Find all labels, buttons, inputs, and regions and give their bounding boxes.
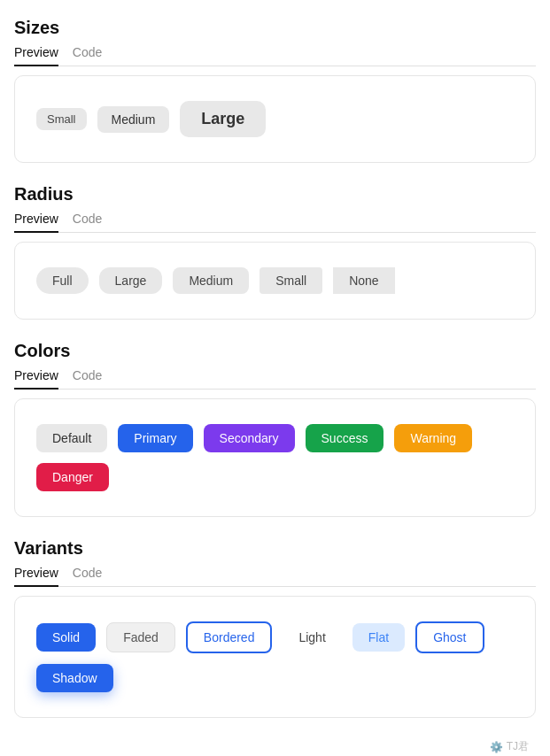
radius-tab-code[interactable]: Code [73,212,102,233]
variants-title: Variants [14,538,536,559]
variants-tabs: Preview Code [14,566,536,587]
sizes-tab-preview[interactable]: Preview [14,45,58,66]
colors-section: Colors Preview Code Default Primary Seco… [14,341,536,517]
sizes-tab-code[interactable]: Code [73,45,102,66]
radius-preview-box: Full Large Medium Small None [14,242,536,320]
sizes-section: Sizes Preview Code Small Medium Large [14,18,536,163]
color-default-button[interactable]: Default [36,424,107,452]
radius-full-button[interactable]: Full [36,267,89,294]
color-warning-button[interactable]: Warning [394,424,472,452]
sizes-title: Sizes [14,18,536,38]
size-large-button[interactable]: Large [180,101,266,137]
color-primary-button[interactable]: Primary [118,424,192,452]
radius-medium-button[interactable]: Medium [173,267,249,294]
colors-tab-preview[interactable]: Preview [14,368,58,390]
variant-shadow-button[interactable]: Shadow [36,664,113,692]
color-success-button[interactable]: Success [306,424,384,452]
variant-light-button[interactable]: Light [283,623,341,652]
radius-tab-preview[interactable]: Preview [14,212,58,233]
radius-tabs: Preview Code [14,212,536,233]
colors-preview-box: Default Primary Secondary Success Warnin… [14,398,536,517]
variant-flat-button[interactable]: Flat [352,623,405,652]
watermark: ⚙️ TJ君 [14,739,536,754]
watermark-icon: ⚙️ [490,741,503,753]
size-medium-button[interactable]: Medium [97,106,170,133]
watermark-text: TJ君 [507,739,529,754]
variant-ghost-button[interactable]: Ghost [415,621,484,653]
variants-section: Variants Preview Code Solid Faded Border… [14,538,536,718]
radius-title: Radius [14,184,536,204]
sizes-preview-box: Small Medium Large [14,75,536,163]
colors-tab-code[interactable]: Code [73,368,102,390]
radius-section: Radius Preview Code Full Large Medium Sm… [14,184,536,320]
radius-none-button[interactable]: None [333,267,394,294]
variants-tab-code[interactable]: Code [73,566,102,587]
variant-bordered-button[interactable]: Bordered [186,621,273,653]
radius-small-button[interactable]: Small [260,267,322,294]
colors-title: Colors [14,341,536,361]
radius-large-button[interactable]: Large [99,267,163,294]
size-small-button[interactable]: Small [36,108,87,130]
variants-tab-preview[interactable]: Preview [14,566,58,587]
colors-tabs: Preview Code [14,368,536,390]
variants-preview-box: Solid Faded Bordered Light Flat Ghost Sh… [14,596,536,718]
sizes-tabs: Preview Code [14,45,536,66]
color-secondary-button[interactable]: Secondary [204,424,295,452]
variant-faded-button[interactable]: Faded [106,622,175,652]
variant-solid-button[interactable]: Solid [36,623,96,652]
color-danger-button[interactable]: Danger [36,463,109,491]
